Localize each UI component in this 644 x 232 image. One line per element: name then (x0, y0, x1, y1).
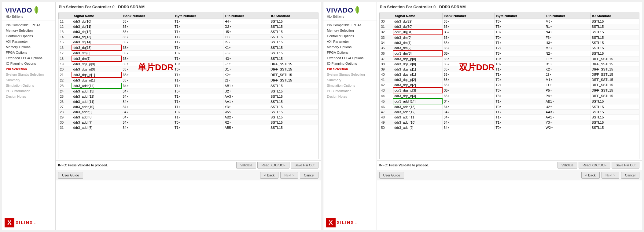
cell-signal[interactable]: ddr3_addr[11] (72, 99, 121, 104)
cell-bank[interactable]: 35 ▾ (442, 93, 494, 99)
cell-byte[interactable]: T0 ▾ (494, 104, 544, 110)
cell-byte[interactable]: T0 ▾ (173, 67, 223, 72)
cell-byte[interactable]: T3 ▾ (494, 29, 544, 35)
sidebar-item-fpga-2[interactable]: FPGA Options (326, 50, 377, 55)
cell-bank[interactable]: 35 ▾ (442, 67, 494, 72)
cell-signal[interactable]: ddr3_dqs_n[3] (393, 93, 442, 99)
cell-bank[interactable]: 35 ▾ (121, 50, 173, 56)
cell-signal[interactable]: ddr3_dq[12] (72, 29, 121, 34)
save-pin-btn-1[interactable]: Save Pin Out (291, 162, 318, 169)
cell-pin[interactable]: F3 ▾ (544, 35, 590, 40)
cell-signal[interactable]: ddr3_dqs_p[2] (393, 77, 442, 82)
cell-pin[interactable]: M1 ▾ (544, 77, 590, 82)
cell-pin[interactable]: Y3 ▾ (544, 120, 590, 125)
cell-bank[interactable]: 34 ▾ (121, 94, 173, 99)
cell-signal[interactable]: ddr3_dq[13] (72, 34, 121, 40)
sidebar-item-controller-2[interactable]: Controller Options (326, 33, 377, 39)
cell-byte[interactable]: T2 ▾ (494, 45, 544, 51)
validate-btn-2[interactable]: Validate (558, 162, 577, 169)
cell-bank[interactable]: 34 ▾ (121, 99, 173, 104)
cell-signal[interactable]: ddr3_dqs_n[1] (72, 78, 121, 83)
pin-table-1[interactable]: 单片DDR Signal Name Bank Number Byte Numbe… (58, 13, 318, 159)
cell-bank[interactable]: 35 ▾ (442, 88, 494, 93)
cell-signal[interactable]: ddr3_dm[3] (393, 51, 442, 56)
cell-bank[interactable]: 35 ▾ (121, 40, 173, 45)
cell-byte[interactable]: T0 ▾ (494, 56, 544, 62)
cell-signal[interactable]: ddr3_dqs_p[1] (393, 67, 442, 72)
cell-bank[interactable]: 35 ▾ (442, 24, 494, 30)
cell-signal[interactable]: ddr3_addr[7] (72, 120, 121, 125)
cancel-btn-1[interactable]: Cancel (300, 172, 318, 179)
cell-pin[interactable]: U2 ▾ (544, 104, 590, 110)
sidebar-item-axi-1[interactable]: AXI Parameter (5, 39, 55, 44)
cell-byte[interactable]: T1 ▾ (173, 83, 223, 89)
cell-bank[interactable]: 35 ▾ (121, 78, 173, 83)
cell-pin[interactable]: AA1 ▾ (223, 99, 269, 104)
cell-signal[interactable]: ddr3_addr[13] (72, 89, 121, 94)
cell-signal[interactable]: ddr3_dqs_p[0] (72, 61, 121, 67)
cell-bank[interactable]: 35 ▾ (442, 29, 494, 35)
cell-pin[interactable]: M3 ▾ (544, 45, 590, 51)
cell-byte[interactable]: T1 ▾ (173, 34, 223, 40)
cell-signal[interactable]: ddr3_dqs_p[0] (393, 56, 442, 62)
cell-bank[interactable]: 35 ▾ (121, 45, 173, 50)
cell-pin[interactable]: D1 ▾ (223, 67, 269, 72)
cell-signal[interactable]: ddr3_dqs_p[3] (393, 88, 442, 93)
cell-bank[interactable]: 34 ▾ (442, 104, 494, 110)
cell-bank[interactable]: 34 ▾ (442, 125, 494, 130)
cell-pin[interactable]: N4 ▾ (544, 29, 590, 35)
sidebar-item-pin-compatible-2[interactable]: Pin Compatible FPGAs (326, 22, 377, 28)
cell-bank[interactable]: 35 ▾ (442, 72, 494, 77)
cell-signal[interactable]: ddr3_dq[29] (393, 19, 442, 24)
cell-pin[interactable]: J2 ▾ (544, 72, 590, 77)
cell-byte[interactable]: T2 ▾ (494, 77, 544, 82)
cell-signal[interactable]: ddr3_dqs_n[2] (393, 82, 442, 88)
cell-byte[interactable]: T0 ▾ (173, 120, 223, 125)
sidebar-item-ext-fpga-1[interactable]: Extended FPGA Options (5, 55, 55, 61)
cell-pin[interactable]: K1 ▾ (223, 45, 269, 50)
cell-byte[interactable]: T1 ▾ (173, 24, 223, 29)
cell-pin[interactable]: H4 ▾ (223, 19, 269, 24)
sidebar-item-pin-sel-2[interactable]: Pin Selection (326, 66, 377, 72)
cell-signal[interactable]: ddr3_dqs_p[1] (72, 72, 121, 78)
sidebar-item-memory-opt-2[interactable]: Memory Options (326, 44, 377, 50)
cell-pin[interactable]: AB2 ▾ (223, 115, 269, 120)
cell-bank[interactable]: 34 ▾ (442, 110, 494, 115)
sidebar-item-pin-sel-1[interactable]: Pin Selection (5, 66, 55, 72)
cell-pin[interactable]: AA3 ▾ (223, 94, 269, 99)
cell-signal[interactable]: ddr3_dqs_n[0] (393, 62, 442, 67)
cell-pin[interactable]: G2 ▾ (223, 24, 269, 29)
cell-byte[interactable]: T1 ▾ (173, 19, 223, 24)
cell-byte[interactable]: T0 ▾ (494, 125, 544, 130)
cell-pin[interactable]: W2 ▾ (544, 125, 590, 130)
cell-bank[interactable]: 34 ▾ (442, 120, 494, 125)
cell-signal[interactable]: ddr3_addr[6] (72, 125, 121, 130)
cell-bank[interactable]: 35 ▾ (442, 56, 494, 62)
cell-pin[interactable]: H3 ▾ (223, 56, 269, 61)
cell-pin[interactable]: U2 ▾ (223, 89, 269, 94)
cell-pin[interactable]: E1 ▾ (223, 61, 269, 67)
sidebar-item-pin-compatible-1[interactable]: Pin Compatible FPGAs (5, 22, 55, 28)
cell-pin[interactable]: R1 ▾ (544, 24, 590, 30)
cell-signal[interactable]: ddr3_addr[14] (72, 83, 121, 89)
cell-byte[interactable]: T1 ▾ (494, 110, 544, 115)
cell-pin[interactable]: L1 ▾ (544, 82, 590, 88)
cell-byte[interactable]: T0 ▾ (494, 35, 544, 40)
cell-pin[interactable]: W2 ▾ (223, 110, 269, 115)
user-guide-btn-1[interactable]: User Guide (58, 172, 83, 179)
cell-bank[interactable]: 34 ▾ (121, 104, 173, 110)
cell-byte[interactable]: T0 ▾ (173, 89, 223, 94)
cell-signal[interactable]: ddr3_addr[8] (72, 115, 121, 120)
sidebar-item-io-1[interactable]: IO Planning Options (5, 61, 55, 66)
sidebar-item-memory-opt-1[interactable]: Memory Options (5, 44, 55, 50)
cell-signal[interactable]: ddr3_addr[10] (393, 120, 442, 125)
cell-signal[interactable]: ddr3_addr[11] (393, 115, 442, 120)
cell-bank[interactable]: 35 ▾ (442, 82, 494, 88)
cell-byte[interactable]: T0 ▾ (173, 61, 223, 67)
cell-signal[interactable]: ddr3_dq[14] (72, 40, 121, 45)
cell-bank[interactable]: 35 ▾ (121, 29, 173, 34)
sidebar-item-io-2[interactable]: IO Planning Options (326, 61, 377, 66)
cell-bank[interactable]: 35 ▾ (121, 56, 173, 61)
cell-bank[interactable]: 35 ▾ (121, 19, 173, 24)
cell-pin[interactable]: P4 ▾ (544, 93, 590, 99)
